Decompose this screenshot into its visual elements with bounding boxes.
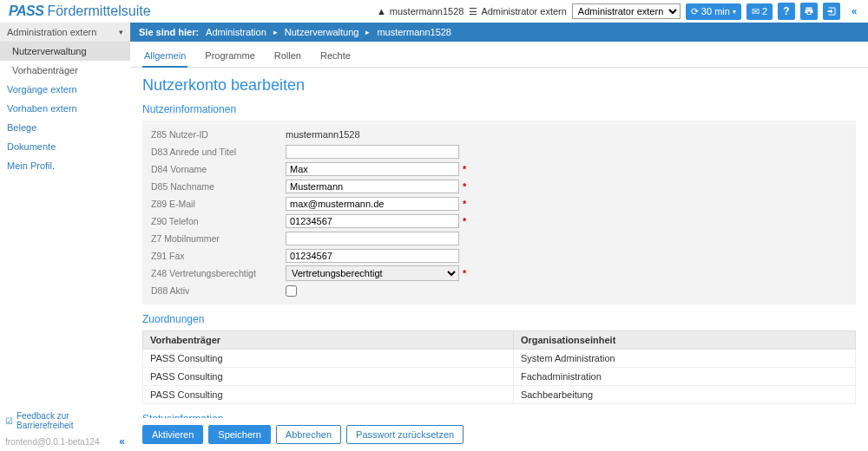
input-anrede[interactable] xyxy=(286,145,459,159)
sidebar-section-admin[interactable]: Administration extern ▾ xyxy=(0,23,130,42)
label-email: Z89 E-Mail xyxy=(151,199,286,209)
print-button[interactable] xyxy=(800,3,818,20)
table-row: PASS ConsultingFachadministration xyxy=(143,368,856,386)
mail-button[interactable]: ✉ 2 xyxy=(746,3,773,20)
expand-icon: « xyxy=(852,5,858,17)
mail-count: 2 xyxy=(762,6,767,16)
label-fax: Z91 Fax xyxy=(151,251,286,261)
select-vertret[interactable]: Vertretungsberechtigt xyxy=(286,265,459,281)
label-anrede: D83 Anrede und Titel xyxy=(151,147,286,157)
logout-icon xyxy=(826,6,837,16)
required-icon: * xyxy=(463,164,466,174)
input-mobil[interactable] xyxy=(286,232,459,245)
sidebar-collapse-button[interactable]: « xyxy=(119,435,125,448)
input-vorname[interactable] xyxy=(286,162,459,176)
table-row: PASS ConsultingSystem Administration xyxy=(143,350,856,368)
role-icon: ☰ xyxy=(469,6,477,17)
breadcrumb-item[interactable]: Nutzerverwaltung xyxy=(285,27,359,37)
th-vorhabentraeger: Vorhabenträger xyxy=(143,331,514,350)
page-title: Nutzerkonto bearbeiten xyxy=(142,76,856,95)
comment-icon: ☑ xyxy=(5,416,13,426)
input-fax[interactable] xyxy=(286,249,459,263)
breadcrumb-item[interactable]: mustermann1528 xyxy=(377,27,451,37)
speichern-button[interactable]: Speichern xyxy=(208,425,271,444)
refresh-icon: ⟳ xyxy=(691,6,699,17)
brand-suite: Fördermittelsuite xyxy=(47,3,150,19)
form-nutzerinfo: Z85 Nutzer-IDmustermann1528 D83 Anrede u… xyxy=(142,121,856,304)
passwort-reset-button[interactable]: Passwort zurücksetzen xyxy=(346,425,464,444)
value-nutzerid: mustermann1528 xyxy=(286,129,360,140)
table-zuordnungen: Vorhabenträger Organisationseinheit PASS… xyxy=(142,330,856,404)
breadcrumb-sep-icon: ▸ xyxy=(365,28,370,36)
sidebar-link-vorhaben[interactable]: Vorhaben extern xyxy=(0,99,130,118)
brand: PASS Fördermittelsuite xyxy=(5,3,151,19)
current-role: ☰ Administrator extern xyxy=(469,6,566,17)
mail-icon: ✉ xyxy=(752,6,760,17)
th-orgeinheit: Organisationseinheit xyxy=(513,331,855,350)
user-icon: ▲ xyxy=(377,6,386,16)
print-icon xyxy=(804,6,814,16)
label-nachname: D85 Nachname xyxy=(151,181,286,192)
input-email[interactable] xyxy=(286,197,459,211)
required-icon: * xyxy=(463,216,466,226)
sidebar: Administration extern ▾ Nutzerverwaltung… xyxy=(0,23,130,451)
version-label: frontend@0.0.1-beta124 « xyxy=(0,434,130,451)
role-label: Administrator extern xyxy=(481,6,566,16)
main: Sie sind hier: Administration ▸ Nutzerve… xyxy=(130,23,868,451)
sidebar-section-label: Administration extern xyxy=(7,27,96,37)
section-nutzerinfo-title: Nutzerinformationen xyxy=(142,103,856,115)
breadcrumb: Sie sind hier: Administration ▸ Nutzerve… xyxy=(130,23,868,42)
input-nachname[interactable] xyxy=(286,180,459,193)
required-icon: * xyxy=(463,181,466,192)
label-nutzerid: Z85 Nutzer-ID xyxy=(151,129,286,140)
chevron-down-icon: ▾ xyxy=(119,28,123,36)
expand-button[interactable]: « xyxy=(845,3,863,20)
current-user: ▲ mustermann1528 xyxy=(377,6,464,16)
dropdown-icon: ▾ xyxy=(733,8,736,16)
table-row: PASS ConsultingSachbearbeitung xyxy=(143,386,856,404)
label-vertret: Z48 Vertretungsberechtigt xyxy=(151,268,286,278)
required-icon: * xyxy=(463,268,466,278)
top-bar: PASS Fördermittelsuite ▲ mustermann1528 … xyxy=(0,0,868,23)
breadcrumb-item[interactable]: Administration xyxy=(206,27,266,37)
session-timer-button[interactable]: ⟳ 30 min ▾ xyxy=(686,3,741,20)
abbrechen-button[interactable]: Abbrechen xyxy=(276,425,341,444)
aktivieren-button[interactable]: Aktivieren xyxy=(142,425,203,444)
action-bar: Aktivieren Speichern Abbrechen Passwort … xyxy=(130,418,868,451)
checkbox-aktiv[interactable] xyxy=(286,285,297,297)
username: mustermann1528 xyxy=(390,6,464,16)
label-mobil: Z7 Mobilnummer xyxy=(151,233,286,244)
tab-programme[interactable]: Programme xyxy=(203,47,256,67)
section-zuordnungen-title: Zuordnungen xyxy=(142,313,856,325)
label-telefon: Z90 Telefon xyxy=(151,216,286,226)
help-button[interactable]: ? xyxy=(778,3,795,20)
content: Nutzerkonto bearbeiten Nutzerinformation… xyxy=(130,68,868,418)
sidebar-link-dokumente[interactable]: Dokumente xyxy=(0,137,130,156)
sidebar-link-vorgaenge[interactable]: Vorgänge extern xyxy=(0,80,130,99)
tab-rollen[interactable]: Rollen xyxy=(273,47,303,67)
role-select[interactable]: Administrator extern xyxy=(572,3,681,19)
logout-button[interactable] xyxy=(823,3,840,20)
breadcrumb-sep-icon: ▸ xyxy=(273,28,278,36)
sidebar-item-vorhabentraeger[interactable]: Vorhabenträger xyxy=(0,61,130,80)
tabs: Allgemein Programme Rollen Rechte xyxy=(130,42,868,68)
top-right: ▲ mustermann1528 ☰ Administrator extern … xyxy=(377,3,863,20)
label-vorname: D84 Vorname xyxy=(151,164,286,174)
feedback-link[interactable]: ☑ Feedback zur Barrierefreiheit xyxy=(0,408,130,434)
brand-pass: PASS xyxy=(9,3,43,19)
help-icon: ? xyxy=(783,5,789,17)
label-aktiv: D88 Aktiv xyxy=(151,285,286,296)
required-icon: * xyxy=(463,199,466,209)
sidebar-link-profil[interactable]: Mein Profil. xyxy=(0,156,130,175)
input-telefon[interactable] xyxy=(286,214,459,228)
sidebar-link-belege[interactable]: Belege xyxy=(0,118,130,137)
timer-value: 30 min xyxy=(701,6,730,16)
breadcrumb-label: Sie sind hier: xyxy=(139,27,199,37)
sidebar-item-nutzerverwaltung[interactable]: Nutzerverwaltung xyxy=(0,42,130,61)
tab-rechte[interactable]: Rechte xyxy=(319,47,352,67)
tab-allgemein[interactable]: Allgemein xyxy=(142,47,187,68)
